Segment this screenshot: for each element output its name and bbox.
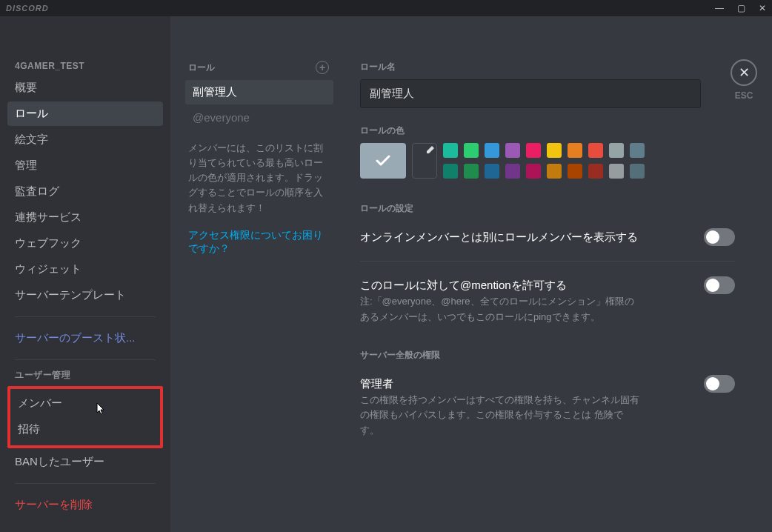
- esc-label: ESC: [735, 90, 753, 101]
- display-separate-title: オンラインメンバーとは別にロールメンバーを表示する: [360, 228, 638, 246]
- color-swatch[interactable]: [547, 143, 562, 158]
- sidebar-item-webhooks[interactable]: ウェブフック: [7, 231, 163, 256]
- sidebar-divider: [15, 483, 156, 484]
- color-swatch[interactable]: [568, 143, 582, 158]
- roles-hint-text: メンバーには、このリストに割り当てられている最も高いロールの色が適用されます。ド…: [185, 130, 333, 216]
- color-default-swatch[interactable]: [360, 143, 406, 179]
- sidebar-item-server-boost[interactable]: サーバーのブースト状...: [7, 326, 163, 350]
- color-swatch[interactable]: [526, 143, 541, 158]
- sidebar-item-moderation[interactable]: 管理: [7, 153, 163, 178]
- close-settings-button[interactable]: ✕ ESC: [731, 59, 757, 101]
- custom-color-button[interactable]: [412, 143, 437, 179]
- allow-mention-toggle[interactable]: [704, 276, 735, 294]
- sidebar-item-invites[interactable]: 招待: [15, 417, 156, 442]
- server-perms-section-header: サーバー全般の権限: [360, 349, 735, 362]
- window-controls: — ▢ ✕: [715, 3, 766, 13]
- color-swatch[interactable]: [526, 164, 541, 179]
- role-settings-section-header: ロールの設定: [360, 202, 735, 215]
- maximize-button[interactable]: ▢: [737, 3, 745, 13]
- role-settings-column: ロール名 ロールの色 ロールの設定 オンラインメンバーとは別にロールメンバーを表…: [333, 61, 742, 517]
- settings-sidebar: 4GAMER_TEST 概要 ロール 絵文字 管理 監査ログ 連携サービス ウェ…: [0, 16, 170, 532]
- role-name-label: ロール名: [360, 61, 735, 73]
- allow-mention-note: 注:「@everyone、@here、全てのロールにメンション」権限のあるメンバ…: [360, 294, 642, 325]
- color-swatch[interactable]: [464, 164, 479, 179]
- add-role-button[interactable]: +: [316, 61, 329, 74]
- color-swatch[interactable]: [588, 143, 603, 158]
- role-color-picker: [360, 143, 708, 179]
- sidebar-item-emoji[interactable]: 絵文字: [7, 127, 163, 152]
- settings-content: ロール + 副管理人 @everyone メンバーには、このリストに割り当てられ…: [170, 16, 772, 532]
- color-swatch[interactable]: [630, 164, 645, 179]
- allow-mention-title: このロールに対して@mentionを許可する: [360, 276, 642, 294]
- color-swatch[interactable]: [485, 164, 499, 179]
- window-titlebar: DISCORD — ▢ ✕: [0, 0, 772, 16]
- color-swatch[interactable]: [630, 143, 645, 158]
- role-item-everyone[interactable]: @everyone: [185, 106, 333, 129]
- color-swatch[interactable]: [505, 164, 520, 179]
- roles-column-title: ロール: [188, 61, 215, 74]
- admin-perm-toggle[interactable]: [704, 375, 735, 393]
- sidebar-item-audit-log[interactable]: 監査ログ: [7, 179, 163, 204]
- color-swatch[interactable]: [609, 143, 624, 158]
- sidebar-item-roles[interactable]: ロール: [7, 102, 163, 126]
- minimize-button[interactable]: —: [715, 3, 724, 13]
- admin-perm-desc: この権限を持つメンバーはすべての権限を持ち、チャンネル固有の権限もバイパスします…: [360, 393, 642, 439]
- color-swatch[interactable]: [464, 143, 479, 158]
- sidebar-item-integrations[interactable]: 連携サービス: [7, 205, 163, 230]
- divider: [360, 261, 735, 262]
- sidebar-item-widget[interactable]: ウィジェット: [7, 257, 163, 282]
- roles-list-column: ロール + 副管理人 @everyone メンバーには、このリストに割り当てられ…: [185, 61, 333, 517]
- color-swatch[interactable]: [609, 164, 624, 179]
- color-swatch[interactable]: [443, 143, 458, 158]
- color-swatch[interactable]: [443, 164, 458, 179]
- role-item-selected[interactable]: 副管理人: [185, 80, 333, 104]
- close-window-button[interactable]: ✕: [759, 3, 766, 13]
- role-name-input[interactable]: [360, 79, 701, 108]
- server-name-header: 4GAMER_TEST: [7, 61, 163, 76]
- sidebar-item-server-template[interactable]: サーバーテンプレート: [7, 283, 163, 307]
- color-swatch[interactable]: [505, 143, 520, 158]
- color-swatch[interactable]: [547, 164, 562, 179]
- highlighted-annotation: メンバー 招待: [7, 386, 163, 448]
- user-mgmt-header: ユーザー管理: [7, 369, 163, 386]
- sidebar-item-delete-server[interactable]: サーバーを削除: [7, 493, 163, 517]
- sidebar-item-members[interactable]: メンバー: [15, 391, 156, 416]
- roles-help-link[interactable]: アクセス権限についてお困りですか？: [185, 216, 333, 256]
- display-separate-toggle[interactable]: [704, 228, 735, 246]
- eyedropper-icon: [425, 146, 434, 155]
- cursor-icon: [93, 402, 105, 419]
- sidebar-divider: [15, 359, 156, 360]
- role-color-label: ロールの色: [360, 124, 735, 137]
- admin-perm-title: 管理者: [360, 375, 642, 393]
- color-swatch[interactable]: [485, 143, 499, 158]
- app-brand: DISCORD: [6, 4, 49, 13]
- sidebar-divider: [15, 316, 156, 317]
- close-icon: ✕: [739, 64, 750, 81]
- sidebar-item-overview[interactable]: 概要: [7, 76, 163, 100]
- sidebar-item-bans[interactable]: BANしたユーザー: [7, 450, 163, 474]
- color-swatch[interactable]: [568, 164, 582, 179]
- color-swatch[interactable]: [588, 164, 603, 179]
